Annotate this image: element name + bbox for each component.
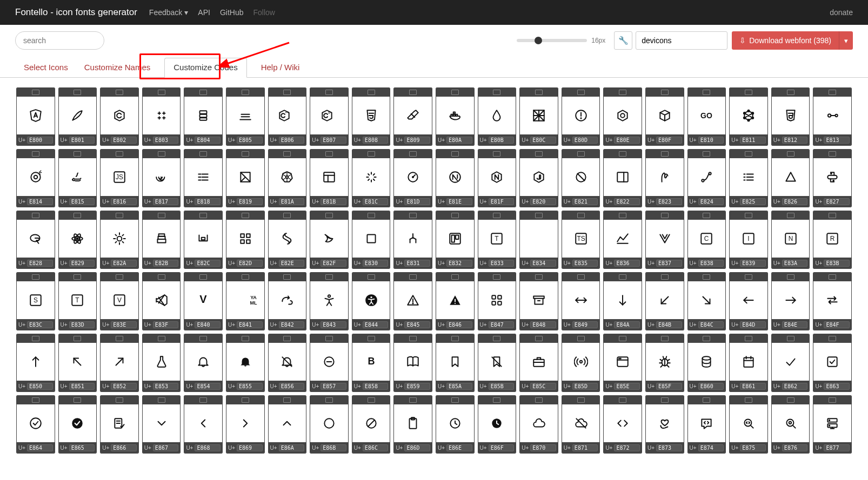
icon-cell[interactable]: U+ E824 bbox=[687, 149, 726, 207]
icon-cell[interactable]: U+ E82F bbox=[310, 211, 349, 269]
slider-thumb[interactable] bbox=[535, 37, 542, 44]
unicode-code-input[interactable]: E808 bbox=[363, 137, 389, 144]
unicode-code-input[interactable]: E844 bbox=[363, 321, 389, 328]
icon-cell[interactable]: U+ E857 bbox=[310, 334, 349, 392]
unicode-code-input[interactable]: E818 bbox=[195, 198, 221, 205]
icon-cell[interactable]: U+ E865 bbox=[58, 395, 97, 454]
icon-cell[interactable]: U+ E805 bbox=[226, 87, 265, 146]
icon-cell[interactable]: U+ E812 bbox=[771, 87, 810, 146]
unicode-code-input[interactable]: E83F bbox=[153, 321, 179, 328]
icon-cell[interactable]: U+ E855 bbox=[226, 334, 265, 392]
icon-cell[interactable]: U+ E875 bbox=[729, 395, 768, 454]
unicode-code-input[interactable]: E838 bbox=[698, 260, 724, 267]
search-input[interactable] bbox=[15, 31, 104, 50]
unicode-code-input[interactable]: E80E bbox=[614, 137, 640, 144]
icon-cell[interactable]: C U+ E838 bbox=[687, 211, 726, 269]
icon-cell[interactable]: U+ E86A bbox=[268, 395, 307, 454]
unicode-code-input[interactable]: E851 bbox=[69, 383, 95, 390]
icon-cell[interactable]: ++ U+ E806 bbox=[268, 87, 307, 146]
icon-cell[interactable]: U+ E800 bbox=[16, 87, 55, 146]
icon-cell[interactable]: U+ E821 bbox=[562, 149, 600, 207]
unicode-code-input[interactable]: E823 bbox=[656, 198, 682, 205]
unicode-code-input[interactable]: E821 bbox=[572, 198, 598, 205]
icon-cell[interactable]: U+ E843 bbox=[310, 272, 349, 330]
unicode-code-input[interactable]: E85C bbox=[530, 383, 556, 390]
icon-cell[interactable]: U+ E86E bbox=[436, 395, 475, 454]
unicode-code-input[interactable]: E812 bbox=[782, 137, 808, 144]
unicode-code-input[interactable]: E872 bbox=[614, 444, 640, 451]
unicode-code-input[interactable]: E837 bbox=[656, 260, 682, 267]
icon-cell[interactable]: U+ E85F bbox=[645, 334, 684, 392]
unicode-code-input[interactable]: E830 bbox=[363, 260, 389, 267]
unicode-code-input[interactable]: E80F bbox=[656, 137, 682, 144]
unicode-code-input[interactable]: E85F bbox=[656, 383, 682, 390]
nav-feedback[interactable]: Feedback▾ bbox=[149, 8, 188, 17]
icon-cell[interactable]: U+ E831 bbox=[393, 211, 432, 269]
unicode-code-input[interactable]: E82C bbox=[195, 260, 221, 267]
icon-cell[interactable]: U+ E832 bbox=[436, 211, 475, 269]
icon-cell[interactable]: U+ E82E bbox=[268, 211, 307, 269]
unicode-code-input[interactable]: E85D bbox=[572, 383, 598, 390]
unicode-code-input[interactable]: E83A bbox=[782, 260, 808, 267]
icon-cell[interactable]: U+ E86F bbox=[478, 395, 517, 454]
icon-cell[interactable]: U+ E84A bbox=[603, 272, 642, 330]
unicode-code-input[interactable]: E85B bbox=[489, 383, 515, 390]
icon-cell[interactable]: U+ E851 bbox=[58, 334, 97, 392]
unicode-code-input[interactable]: E829 bbox=[69, 260, 95, 267]
icon-cell[interactable]: T U+ E83D bbox=[58, 272, 97, 330]
unicode-code-input[interactable]: E835 bbox=[572, 260, 598, 267]
unicode-code-input[interactable]: E817 bbox=[153, 198, 179, 205]
icon-cell[interactable]: U+ E81A bbox=[268, 149, 307, 207]
unicode-code-input[interactable]: E86A bbox=[279, 444, 305, 451]
unicode-code-input[interactable]: E847 bbox=[489, 321, 515, 328]
settings-button[interactable]: 🔧 bbox=[614, 31, 632, 50]
icon-cell[interactable]: U+ E826 bbox=[771, 149, 810, 207]
icon-cell[interactable]: U+ E804 bbox=[184, 87, 223, 146]
unicode-code-input[interactable]: E81F bbox=[489, 198, 515, 205]
icon-cell[interactable]: U+ E80F bbox=[645, 87, 684, 146]
icon-cell[interactable]: U+ E81D bbox=[393, 149, 432, 207]
unicode-code-input[interactable]: E866 bbox=[111, 444, 137, 451]
nav-follow[interactable]: Follow bbox=[253, 8, 275, 17]
icon-cell[interactable]: U+ E803 bbox=[142, 87, 181, 146]
unicode-code-input[interactable]: E822 bbox=[614, 198, 640, 205]
icon-cell[interactable]: U+ E85D bbox=[562, 334, 600, 392]
icon-cell[interactable]: U+ E863 bbox=[813, 334, 852, 392]
unicode-code-input[interactable]: E807 bbox=[321, 137, 346, 144]
icon-cell[interactable]: U+ E81B bbox=[310, 149, 349, 207]
unicode-code-input[interactable]: E840 bbox=[195, 321, 221, 328]
icon-cell[interactable]: U+ E830 bbox=[352, 211, 391, 269]
icon-cell[interactable]: U+ E822 bbox=[603, 149, 642, 207]
icon-cell[interactable]: U+ E872 bbox=[603, 395, 642, 454]
unicode-code-input[interactable]: E82D bbox=[237, 260, 263, 267]
unicode-code-input[interactable]: E813 bbox=[824, 137, 850, 144]
icon-cell[interactable]: U+ E808 bbox=[352, 87, 391, 146]
unicode-code-input[interactable]: E82F bbox=[321, 260, 346, 267]
icon-cell[interactable]: U+ E860 bbox=[687, 334, 726, 392]
icon-cell[interactable]: U+ E873 bbox=[645, 395, 684, 454]
nav-api[interactable]: API bbox=[198, 8, 210, 17]
unicode-code-input[interactable]: E843 bbox=[321, 321, 346, 328]
unicode-code-input[interactable]: E859 bbox=[404, 383, 430, 390]
icon-cell[interactable]: U+ E853 bbox=[142, 334, 181, 392]
unicode-code-input[interactable]: E831 bbox=[404, 260, 430, 267]
unicode-code-input[interactable]: E820 bbox=[530, 198, 556, 205]
unicode-code-input[interactable]: E863 bbox=[824, 383, 850, 390]
icon-cell[interactable]: U+ E80B bbox=[478, 87, 517, 146]
icon-cell[interactable]: U+ E82C bbox=[184, 211, 223, 269]
icon-cell[interactable]: U+ E845 bbox=[393, 272, 432, 330]
icon-cell[interactable]: U+ E876 bbox=[771, 395, 810, 454]
unicode-code-input[interactable]: E875 bbox=[740, 444, 766, 451]
icon-cell[interactable]: U+ E86D bbox=[393, 395, 432, 454]
icon-cell[interactable]: U+ E856 bbox=[268, 334, 307, 392]
icon-cell[interactable]: U+ E84C bbox=[687, 272, 726, 330]
icon-cell[interactable]: U+ E862 bbox=[771, 334, 810, 392]
unicode-code-input[interactable]: E828 bbox=[27, 260, 53, 267]
unicode-code-input[interactable]: E865 bbox=[69, 444, 95, 451]
unicode-code-input[interactable]: E858 bbox=[363, 383, 389, 390]
icon-cell[interactable]: U+ E85A bbox=[436, 334, 475, 392]
icon-cell[interactable]: U+ E80A bbox=[436, 87, 475, 146]
icon-cell[interactable]: U+ E867 bbox=[142, 395, 181, 454]
icon-cell[interactable]: U+ E801 bbox=[58, 87, 97, 146]
icon-cell[interactable]: U+ E825 bbox=[729, 149, 768, 207]
